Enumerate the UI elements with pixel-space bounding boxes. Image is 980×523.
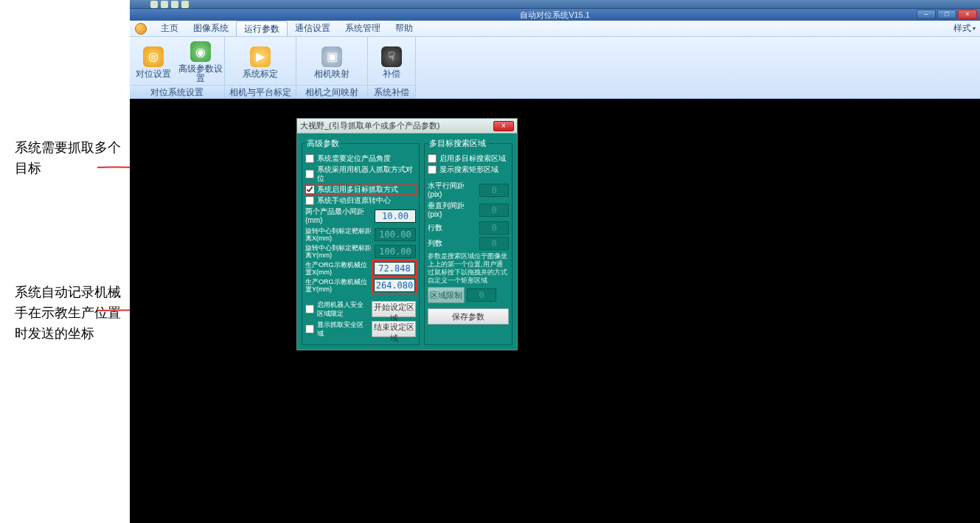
lbl-rot-center-x: 旋转中心到标定靶标距离X(mm) (305, 227, 372, 242)
dialog-title: 大视野_(引导抓取单个或多个产品参数) (300, 120, 439, 131)
inp-hgap[interactable] (479, 184, 509, 197)
inp-region-limit[interactable] (467, 288, 496, 302)
menu-home[interactable]: 主页 (153, 21, 186, 36)
ribbon-group-calibration: ▶ 系统标定 相机与平台标定 (225, 37, 296, 98)
window-title: 自动对位系统V15.1 (520, 10, 590, 21)
inp-cols[interactable] (479, 237, 509, 250)
title-bar: 自动对位系统V15.1 – □ × (130, 9, 980, 21)
inp-two-prod-dist[interactable] (375, 209, 416, 223)
lbl-hgap: 水平行间距(pix) (428, 181, 477, 199)
chk-show-safe-zone-label: 显示抓取安全区域 (317, 320, 369, 338)
app-window: 自动对位系统V15.1 – □ × 主页 图像系统 运行参数 通信设置 系统管理… (130, 0, 980, 523)
menu-run-params[interactable]: 运行参数 (236, 21, 288, 36)
qicon-2[interactable] (161, 1, 168, 8)
lbl-cols: 列数 (428, 239, 477, 248)
ribbon-btn-advanced-params[interactable]: ◉ 高级参数设置 (177, 37, 224, 85)
ribbon-btn-label: 对位设置 (136, 69, 171, 79)
play-icon: ▶ (250, 46, 271, 67)
multi-target-search-group: 多目标搜索区域 启用多目标搜索区域 显示搜索矩形区域 水平行间距(pix) 垂直… (424, 138, 512, 345)
annotation-multiple-targets: 系统需要抓取多个目标 (0, 137, 130, 179)
chk-multi-target-label: 系统启用多目标抓取方式 (317, 185, 416, 194)
inp-rows[interactable] (479, 221, 509, 235)
search-region-hint: 参数是搜索区域位于图像坐上上的第一个位置,用户通过鼠标按下以拖拽并的方式自定义一… (428, 252, 509, 285)
large-fov-params-dialog: 大视野_(引导抓取单个或多个产品参数) × 高级参数 系统需要定位产品角度 系统… (296, 118, 518, 350)
btn-start-area[interactable]: 开始设定区域 (372, 301, 416, 317)
lbl-rows: 行数 (428, 224, 477, 232)
btn-save-params[interactable]: 保存参数 (428, 308, 509, 325)
dialog-close-button[interactable]: × (493, 121, 514, 131)
ribbon-btn-compensation[interactable]: ☟ 补偿 (368, 37, 415, 85)
inp-org-x[interactable] (374, 262, 415, 275)
chk-robot-grab-label: 系统采用用机器人抓取方式对位 (317, 165, 416, 183)
menu-style[interactable]: 样式 (953, 22, 971, 35)
menu-help[interactable]: 帮助 (388, 21, 420, 36)
style-dropdown-icon[interactable]: ▾ (973, 25, 976, 32)
window-maximize-button[interactable]: □ (937, 10, 956, 19)
chk-safe-zone[interactable] (305, 305, 314, 314)
chk-safe-zone-label: 启用机器人安全区域限定 (317, 300, 369, 318)
app-logo[interactable] (133, 21, 149, 37)
chk-locate-angle-label: 系统需要定位产品角度 (317, 154, 416, 163)
menu-bar: 主页 图像系统 运行参数 通信设置 系统管理 帮助 样式 ▾ (130, 21, 980, 37)
ribbon-group-caption: 系统补偿 (368, 85, 415, 98)
lbl-org-y: 生产ORG示教机械位置Y(mm) (305, 278, 371, 293)
chk-show-search-rect-label: 显示搜索矩形区域 (439, 165, 509, 174)
ribbon-btn-label: 高级参数设置 (177, 64, 224, 83)
chk-manual-return-label: 系统手动归道原转中心 (317, 196, 416, 205)
qicon-3[interactable] (171, 1, 178, 8)
inp-rot-center-x[interactable] (375, 228, 416, 241)
advanced-params-group: 高级参数 系统需要定位产品角度 系统采用用机器人抓取方式对位 系统启用多目标抓取… (302, 138, 420, 345)
multi-target-search-legend: 多目标搜索区域 (428, 138, 487, 149)
chk-robot-grab[interactable] (305, 170, 314, 179)
window-minimize-button[interactable]: – (917, 10, 936, 19)
menu-image-system[interactable]: 图像系统 (186, 21, 236, 36)
quick-launch-bar (130, 0, 980, 9)
menu-system-management[interactable]: 系统管理 (338, 21, 388, 36)
ribbon-btn-alignment-settings[interactable]: ◎ 对位设置 (130, 37, 177, 85)
ribbon-btn-label: 相机映射 (314, 69, 350, 79)
content-viewport (130, 99, 980, 523)
window-close-button[interactable]: × (958, 10, 977, 19)
hand-icon: ☟ (381, 46, 402, 67)
ribbon-group-alignment: ◎ 对位设置 ◉ 高级参数设置 对位系统设置 (130, 37, 225, 98)
ribbon-group-caption: 对位系统设置 (130, 85, 224, 98)
disc-icon: ◉ (190, 41, 211, 62)
ribbon-group-compensation: ☟ 补偿 系统补偿 (368, 37, 416, 98)
lbl-org-x: 生产ORG示教机械位置X(mm) (305, 261, 371, 276)
dialog-title-bar[interactable]: 大视野_(引导抓取单个或多个产品参数) × (297, 119, 517, 134)
chk-locate-angle[interactable] (305, 154, 314, 163)
ribbon-group-caption: 相机之间映射 (296, 85, 367, 98)
menu-comm-settings[interactable]: 通信设置 (288, 21, 338, 36)
ribbon-group-camera-mapping: ▣ 相机映射 相机之间映射 (296, 37, 368, 98)
inp-vgap[interactable] (479, 204, 509, 217)
annotation-auto-record: 系统自动记录机械手在示教生产位置时发送的坐标 (0, 282, 130, 344)
chk-show-search-rect[interactable] (428, 165, 437, 174)
btn-end-area[interactable]: 结束设定区域 (372, 321, 416, 337)
chk-show-safe-zone[interactable] (305, 325, 314, 333)
qicon-4[interactable] (181, 1, 189, 8)
lbl-rot-center-y: 旋转中心到标定靶标距离Y(mm) (305, 244, 372, 259)
btn-region-limit[interactable]: 区域限制 (428, 287, 465, 303)
qicon-1[interactable] (150, 1, 158, 8)
ribbon-btn-camera-mapping[interactable]: ▣ 相机映射 (296, 37, 367, 85)
ribbon-bar: ◎ 对位设置 ◉ 高级参数设置 对位系统设置 ▶ 系统标定 相机与平台标定 (130, 37, 980, 99)
advanced-params-legend: 高级参数 (305, 138, 341, 149)
chk-enable-multi-search-label: 启用多目标搜索区域 (439, 154, 509, 163)
inp-rot-center-y[interactable] (375, 245, 416, 258)
ribbon-btn-system-calibration[interactable]: ▶ 系统标定 (225, 37, 296, 85)
lbl-two-prod-dist: 两个产品最小间距(mm) (305, 207, 372, 225)
ribbon-group-caption: 相机与平台标定 (225, 85, 296, 98)
inp-org-y[interactable] (374, 279, 415, 292)
lbl-vgap: 垂直列间距(pix) (428, 201, 477, 219)
quick-icons (150, 0, 189, 9)
ribbon-btn-label: 补偿 (383, 69, 400, 79)
target-icon: ◎ (143, 46, 164, 67)
chk-multi-target[interactable] (305, 185, 314, 194)
chk-enable-multi-search[interactable] (428, 154, 437, 163)
ribbon-btn-label: 系统标定 (243, 69, 278, 79)
chk-manual-return[interactable] (305, 196, 314, 205)
camera-icon: ▣ (322, 46, 342, 67)
